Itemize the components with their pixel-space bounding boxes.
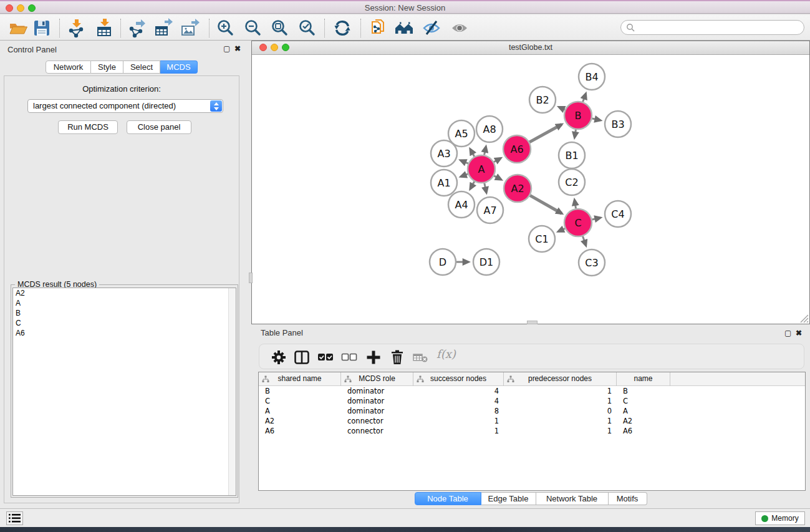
table-cell[interactable]: connector — [341, 426, 413, 436]
edge-B-B4[interactable] — [583, 94, 586, 102]
network-canvas[interactable]: B4B2BB3A8A5A6A3B1AC2A1A2A4A7C4CC1DD1C3 — [252, 55, 809, 324]
column-header-predecessor-nodes[interactable]: predecessor nodes — [504, 372, 617, 386]
zoom-fit-icon[interactable] — [270, 18, 290, 38]
close-panel-button[interactable]: Close panel — [127, 120, 191, 134]
network-window-titlebar[interactable]: testGlobe.txt — [252, 41, 809, 55]
result-list-item[interactable]: C — [13, 318, 236, 328]
tab-mcds[interactable]: MCDS — [160, 60, 198, 74]
export-table-icon[interactable] — [153, 18, 173, 38]
table-cell[interactable]: 4 — [413, 386, 504, 396]
function-builder-icon[interactable]: f(x) — [436, 347, 461, 364]
home-icon[interactable] — [394, 18, 414, 38]
table-cell[interactable]: 8 — [413, 406, 504, 416]
vertical-splitter-handle[interactable] — [249, 273, 253, 283]
delete-column-icon[interactable] — [389, 349, 405, 365]
table-cell[interactable]: 1 — [504, 416, 617, 426]
eye-hide-icon[interactable] — [422, 18, 441, 38]
result-list-item[interactable]: A6 — [13, 328, 236, 338]
zoom-out-icon[interactable] — [243, 18, 263, 38]
column-header-shared-name[interactable]: shared name — [259, 372, 341, 386]
tab-style[interactable]: Style — [91, 60, 123, 74]
result-list-item[interactable]: A2 — [13, 288, 236, 298]
edge-C-C4[interactable] — [592, 218, 600, 220]
table-cell[interactable]: 1 — [413, 426, 504, 436]
table-row[interactable]: A2connector11A2 — [259, 416, 805, 426]
table-cell[interactable]: A6 — [259, 426, 341, 436]
memory-button[interactable]: Memory — [755, 511, 805, 525]
table-cell[interactable]: 1 — [504, 386, 617, 396]
edge-A-A2[interactable] — [494, 176, 501, 180]
clone-network-icon[interactable] — [369, 18, 388, 38]
table-cell[interactable]: A2 — [617, 416, 670, 426]
table-cell[interactable]: 1 — [504, 396, 617, 406]
table-cell[interactable]: 1 — [504, 426, 617, 436]
tab-select[interactable]: Select — [123, 60, 160, 74]
close-table-panel-icon[interactable]: ✖ — [796, 329, 802, 337]
table-cell[interactable]: A6 — [617, 426, 670, 436]
edge-C-C2[interactable] — [574, 200, 576, 209]
edge-A-A6[interactable] — [494, 158, 501, 162]
edge-A-A4[interactable] — [470, 181, 475, 189]
refresh-icon[interactable] — [332, 18, 352, 38]
table-cell[interactable]: A2 — [259, 416, 341, 426]
tab-motifs[interactable]: Motifs — [609, 492, 647, 505]
close-panel-icon[interactable]: ✖ — [234, 44, 241, 53]
tab-edge-table[interactable]: Edge Table — [481, 492, 536, 505]
edge-C-C1[interactable] — [558, 228, 565, 231]
column-layout-icon[interactable] — [294, 349, 310, 365]
edge-C-C3[interactable] — [582, 236, 586, 246]
import-table-icon[interactable] — [94, 18, 114, 38]
eye-icon[interactable] — [450, 18, 470, 38]
result-list-item[interactable]: B — [13, 308, 236, 318]
table-cell[interactable]: 1 — [413, 416, 504, 426]
table-cell[interactable]: dominator — [341, 396, 413, 406]
result-list-item[interactable]: A — [13, 298, 236, 308]
add-column-icon[interactable] — [365, 349, 382, 365]
edge-A-A7[interactable] — [485, 183, 486, 192]
zoom-selected-icon[interactable] — [297, 18, 317, 38]
table-row[interactable]: Bdominator41B — [259, 386, 805, 396]
select-all-checked-icon[interactable] — [317, 349, 334, 365]
column-header-name[interactable]: name — [617, 372, 670, 386]
run-mcds-button[interactable]: Run MCDS — [58, 120, 118, 134]
table-row[interactable]: A6connector11A6 — [259, 426, 805, 436]
edge-B-B1[interactable] — [574, 130, 576, 138]
zoom-in-icon[interactable] — [216, 18, 236, 38]
table-cell[interactable]: 4 — [413, 396, 504, 406]
table-cell[interactable]: 0 — [504, 406, 617, 416]
tab-network[interactable]: Network — [46, 60, 91, 74]
edge-A2-C[interactable] — [530, 195, 562, 213]
table-cell[interactable]: C — [617, 396, 670, 406]
edge-A-A1[interactable] — [461, 174, 468, 177]
table-cell[interactable]: B — [259, 386, 341, 396]
column-header-successor-nodes[interactable]: successor nodes — [413, 372, 504, 386]
delete-table-icon[interactable] — [412, 349, 428, 365]
float-panel-icon[interactable]: ▢ — [223, 44, 230, 53]
edge-A6-B[interactable] — [529, 124, 562, 142]
criterion-select[interactable]: largest connected component (directed) — [27, 99, 223, 113]
float-table-panel-icon[interactable]: ▢ — [784, 329, 791, 337]
edge-B-B2[interactable] — [559, 107, 565, 110]
settings-gear-icon[interactable] — [271, 349, 287, 365]
select-none-unchecked-icon[interactable] — [341, 349, 357, 365]
search-input[interactable] — [639, 21, 801, 34]
table-row[interactable]: Cdominator41C — [259, 396, 805, 406]
table-cell[interactable]: connector — [341, 416, 413, 426]
tab-network-table[interactable]: Network Table — [536, 492, 609, 505]
result-list-scrollbar[interactable] — [228, 288, 236, 495]
column-header-MCDS-role[interactable]: MCDS role — [341, 372, 413, 386]
table-cell[interactable]: dominator — [341, 386, 413, 396]
export-image-icon[interactable] — [180, 18, 200, 38]
horizontal-splitter-handle[interactable] — [527, 321, 538, 324]
edge-A-A8[interactable] — [485, 147, 486, 155]
table-cell[interactable]: A — [617, 406, 670, 416]
table-cell[interactable]: A — [259, 406, 341, 416]
edge-B-B3[interactable] — [592, 118, 600, 120]
tab-node-table[interactable]: Node Table — [415, 492, 481, 505]
table-cell[interactable]: B — [617, 386, 670, 396]
resize-grip-icon[interactable] — [799, 314, 809, 323]
task-history-button[interactable] — [6, 511, 23, 525]
import-network-icon[interactable] — [66, 18, 86, 38]
edge-A-A5[interactable] — [470, 149, 475, 157]
open-folder-icon[interactable] — [8, 18, 28, 38]
